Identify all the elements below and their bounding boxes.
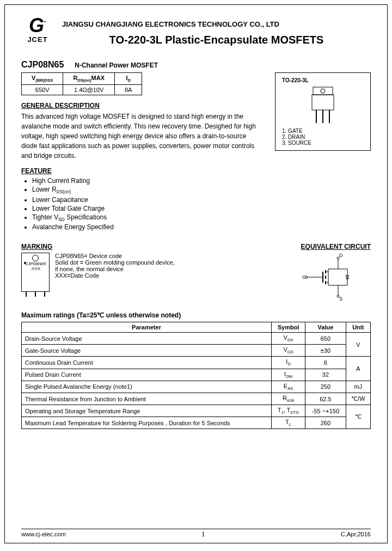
circuit-title: EQUIVALENT CIRCUIT [301, 243, 371, 250]
part-number: CJP08N65 [21, 60, 64, 70]
key-spec-table: V(BR)DSS RDS(on)MAX ID 650V 1.4Ω@10V 8A [21, 72, 142, 95]
top-section: V(BR)DSS RDS(on)MAX ID 650V 1.4Ω@10V 8A … [21, 72, 371, 161]
pin-1: 1. GATE [282, 128, 364, 134]
table-row: Single Pulsed Avalanche Energy (note1) E… [22, 381, 371, 393]
table-row: Gate-Source Voltage VGS ±30 [22, 345, 371, 357]
ratings-header-param: Parameter [22, 322, 272, 332]
spec-v3: 8A [114, 85, 142, 95]
package-drawing-icon [282, 86, 364, 125]
feature-item: Tighter VSD Specifications [32, 213, 371, 222]
package-box: TO-220-3L 1. GATE 2. DRAIN 3. SOURCE [275, 72, 371, 151]
part-description: N-Channel Power MOSFET [75, 62, 158, 69]
spec-v2: 1.4Ω@10V [63, 85, 115, 95]
logo-brand: JCET [21, 35, 54, 44]
general-desc-text: This advanced high voltage MOSFET is des… [21, 112, 261, 161]
marking-chip-date: -XXX [22, 266, 49, 271]
general-desc-title: GENERAL DESCRIPTION [21, 102, 261, 109]
marking-title: MARKING [21, 243, 268, 250]
footer-page: 1 [201, 531, 205, 537]
table-row: Maximum Lead Temperature for Soldering P… [22, 417, 371, 429]
table-row: Continuous Drain Current ID 8 A [22, 357, 371, 369]
feature-item: Lower RDS(on) [32, 186, 371, 194]
spec-h2: RDS(on)MAX [63, 73, 115, 85]
feature-item: High Current Rating [32, 177, 371, 185]
ratings-table: Parameter Symbol Value Unit Drain-Source… [21, 322, 371, 430]
spec-h3: ID [114, 73, 142, 85]
datasheet-page: G. JCET JIANGSU CHANGJIANG ELECTRONICS T… [4, 4, 388, 543]
spec-h1: V(BR)DSS [22, 73, 63, 85]
ratings-header-symbol: Symbol [272, 322, 305, 332]
ratings-header-value: Value [305, 322, 346, 332]
circuit-s-label: S [339, 296, 342, 302]
marking-text: CJP08N65= Device code Solid dot = Green … [55, 253, 175, 279]
feature-item: Avalanche Energy Specified [32, 223, 371, 231]
ratings-title: Maximum ratings (Ta=25℃ unless otherwise… [21, 311, 371, 319]
package-name: TO-220-3L [282, 77, 364, 83]
marking-box: CJP08N65 -XXX CJP08N65= Device code Soli… [21, 253, 268, 292]
table-row: Thermal Resistance from Junction to Ambi… [22, 393, 371, 405]
feature-item: Lower Total Gate Charge [32, 205, 371, 212]
doc-title: TO-220-3L Plastic-Encapsulate MOSFETS [62, 34, 371, 46]
mid-section: MARKING CJP08N65 -XXX CJP08N65= Device c… [21, 236, 371, 303]
table-row: Pulsed Drain Current IDM 32 [22, 369, 371, 381]
footer: www.cj-elec.com 1 C,Apr,2016 [21, 529, 371, 537]
table-row: Operating and Storage Temperature Range … [22, 405, 371, 417]
footer-url: www.cj-elec.com [21, 531, 66, 537]
table-row: Drain-Source Voltage VDS 650 V [22, 332, 371, 344]
ratings-header-unit: Unit [346, 322, 370, 332]
svg-rect-2 [312, 95, 334, 110]
company-name: JIANGSU CHANGJIANG ELECTRONICS TECHNOLOG… [62, 20, 371, 28]
spec-v1: 650V [22, 85, 63, 95]
pin-2: 2. DRAIN [282, 134, 364, 140]
svg-point-1 [321, 89, 325, 93]
feature-list: High Current Rating Lower RDS(on) Lower … [32, 177, 371, 231]
marking-chip-icon: CJP08N65 -XXX [21, 253, 50, 292]
logo-swirl-icon: G. [21, 16, 54, 35]
equivalent-circuit-icon: D G S [301, 253, 366, 302]
part-header: CJP08N65 N-Channel Power MOSFET [21, 60, 371, 70]
header: G. JCET JIANGSU CHANGJIANG ELECTRONICS T… [21, 16, 371, 54]
circuit-d-label: D [339, 253, 343, 258]
pin-3: 3. SOURCE [282, 140, 364, 146]
svg-point-6 [337, 257, 339, 259]
feature-item: Lower Capacitance [32, 196, 371, 204]
feature-title: FEATURE [21, 167, 371, 175]
footer-date: C,Apr,2016 [341, 531, 371, 537]
svg-rect-0 [313, 87, 333, 95]
logo: G. JCET [21, 16, 54, 44]
